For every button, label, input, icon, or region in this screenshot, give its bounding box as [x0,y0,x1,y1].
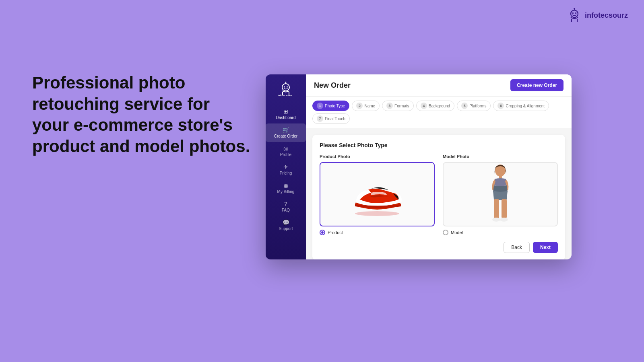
pricing-icon: ✈ [283,164,288,170]
svg-point-8 [284,86,285,88]
sidebar-item-my-billing[interactable]: ▦ My Billing [266,179,306,197]
step-num-2: 2 [356,103,363,109]
hero-section: Professional photo retouching service fo… [32,72,250,157]
sidebar-item-label: Dashboard [276,115,296,120]
product-photo-column: Product Photo [320,154,435,235]
svg-point-15 [355,211,399,216]
step-label-4: Background [429,104,450,108]
model-radio-label: Model [451,230,463,235]
sidebar-item-label: Create Order [274,134,297,138]
sidebar-item-dashboard[interactable]: ⊞ Dashboard [266,105,306,123]
sidebar-item-label: FAQ [282,208,290,212]
photo-card-heading: Please Select Photo Type [320,142,558,148]
svg-point-20 [492,218,500,222]
step-formats[interactable]: 3 Formats [382,101,414,111]
step-label-7: Final Touch [325,117,345,121]
svg-point-2 [575,12,577,14]
page-title: New Order [314,81,351,90]
next-button[interactable]: Next [533,242,558,253]
step-name[interactable]: 2 Name [352,101,380,111]
photo-type-card: Please Select Photo Type Product Photo [312,135,565,259]
faq-icon: ? [284,201,287,207]
step-platforms[interactable]: 5 Platforms [457,101,491,111]
product-shoe-image [347,170,407,218]
step-label-1: Photo Type [325,104,345,108]
step-num-7: 7 [317,115,323,122]
profile-icon: ◎ [283,146,288,151]
photo-types-container: Product Photo [320,154,558,235]
main-content: New Order Create new Order 1 Photo Type … [306,74,572,259]
step-num-3: 3 [386,103,393,109]
model-photo-box[interactable] [443,162,558,226]
step-num-6: 6 [497,103,504,109]
step-label-5: Platforms [469,104,486,108]
sidebar-item-create-order[interactable]: 🛒 Create Order [266,123,306,142]
product-radio[interactable] [320,230,325,235]
model-figure-image [480,163,520,226]
sidebar-item-label: Profile [280,152,291,157]
sidebar-item-pricing[interactable]: ✈ Pricing [266,160,306,179]
top-logo: infotecsourz [567,8,628,23]
top-logo-icon [567,8,582,23]
app-window: infotecsourz ⊞ Dashboard 🛒 Create Order … [266,74,572,259]
model-photo-label: Model Photo [443,154,558,159]
svg-point-11 [285,82,287,83]
sidebar-item-label: My Billing [277,189,295,194]
svg-point-9 [287,86,288,88]
svg-rect-18 [494,199,499,219]
step-label-6: Cropping & Alignment [506,104,545,108]
svg-point-21 [500,218,508,222]
top-logo-text: infotecsourz [585,11,628,20]
step-label-2: Name [364,104,375,108]
sidebar-item-profile[interactable]: ◎ Profile [266,142,306,160]
step-num-1: 1 [317,103,323,109]
hero-heading: Professional photo retouching service fo… [32,72,250,157]
steps-bar: 1 Photo Type 2 Name 3 Formats 4 Backgrou… [306,97,572,128]
step-num-5: 5 [461,103,468,109]
svg-rect-19 [502,199,507,219]
back-button[interactable]: Back [504,242,530,253]
svg-point-0 [571,10,578,17]
svg-text:infotecsourz: infotecsourz [278,94,292,96]
product-photo-box[interactable] [320,162,435,226]
product-photo-label: Product Photo [320,154,435,159]
product-radio-label: Product [328,230,343,235]
model-radio[interactable] [443,230,448,235]
sidebar-item-support[interactable]: 💬 Support [266,216,306,234]
model-photo-column: Model Photo [443,154,558,235]
sidebar-logo: infotecsourz [272,79,300,99]
product-radio-row[interactable]: Product [320,230,435,235]
sidebar-item-label: Pricing [280,171,292,175]
step-background[interactable]: 4 Background [416,101,454,111]
sidebar-item-faq[interactable]: ? FAQ [266,197,306,216]
model-radio-row[interactable]: Model [443,230,558,235]
create-order-icon: 🛒 [283,127,289,133]
billing-icon: ▦ [283,183,289,188]
create-new-order-button[interactable]: Create new Order [510,79,564,91]
bottom-buttons: Back Next [320,242,558,253]
sidebar: infotecsourz ⊞ Dashboard 🛒 Create Order … [266,74,306,259]
svg-point-4 [574,8,575,9]
svg-point-1 [572,12,574,14]
dashboard-icon: ⊞ [283,109,288,114]
step-final-touch[interactable]: 7 Final Touch [312,113,350,124]
step-label-3: Formats [394,104,409,108]
content-area: Please Select Photo Type Product Photo [306,128,572,259]
step-num-4: 4 [421,103,427,109]
support-icon: 💬 [283,220,289,225]
header-bar: New Order Create new Order [306,74,572,97]
sidebar-item-label: Support [279,226,293,231]
step-photo-type[interactable]: 1 Photo Type [312,101,349,111]
svg-point-7 [282,84,289,91]
step-cropping[interactable]: 6 Cropping & Alignment [493,101,549,111]
